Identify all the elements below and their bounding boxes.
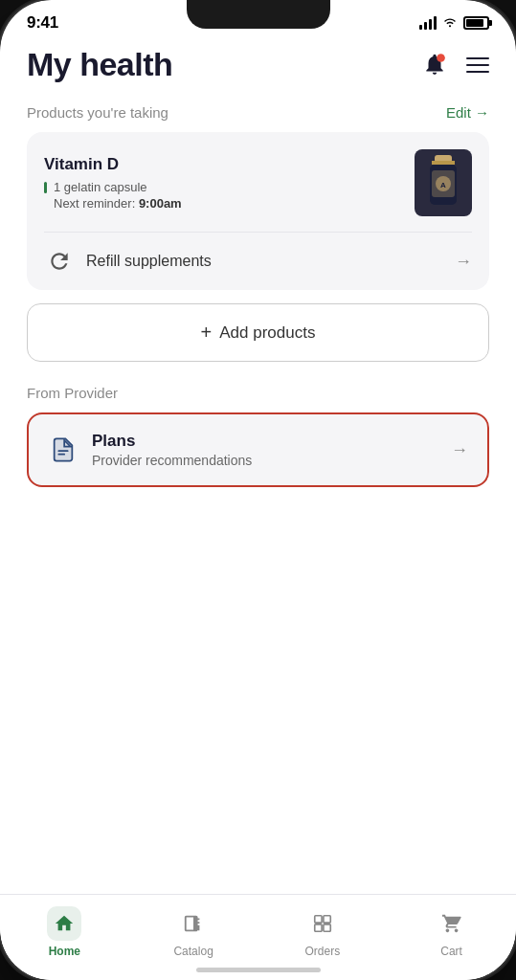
menu-icon[interactable]: [466, 57, 489, 73]
plans-title: Plans: [92, 432, 252, 451]
cart-icon-wrap: [435, 906, 469, 941]
phone-frame: 9:41 My he: [0, 0, 516, 980]
svg-text:A: A: [440, 181, 446, 189]
products-label: Products you're taking: [27, 104, 168, 121]
svg-rect-10: [324, 916, 330, 923]
bottom-nav: Home Catalog: [0, 894, 516, 980]
status-icons: [419, 15, 489, 31]
refill-arrow-icon: →: [455, 252, 472, 272]
header: My health: [27, 46, 489, 83]
nav-item-cart[interactable]: Cart: [387, 906, 516, 958]
catalog-icon-wrap: [176, 906, 211, 941]
products-section-header: Products you're taking Edit →: [27, 104, 489, 121]
plans-card[interactable]: Plans Provider recommendations →: [27, 412, 489, 487]
signal-icon: [419, 16, 437, 30]
svg-rect-9: [315, 916, 322, 923]
page-title: My health: [27, 46, 172, 83]
product-name: Vitamin D: [44, 155, 182, 174]
add-products-button[interactable]: + Add products: [27, 303, 489, 362]
document-icon: [48, 434, 79, 465]
product-item: Vitamin D 1 gelatin capsule Next reminde…: [44, 149, 472, 216]
notch: [187, 0, 330, 29]
bell-icon[interactable]: [422, 52, 449, 78]
status-time: 9:41: [27, 13, 58, 33]
svg-point-0: [437, 54, 445, 62]
product-image: A: [415, 149, 472, 216]
refill-left: Refill supplements: [44, 246, 212, 277]
header-icons: [422, 52, 489, 78]
catalog-nav-label: Catalog: [173, 945, 213, 958]
refresh-icon: [44, 246, 75, 277]
main-content: My health Pro: [0, 38, 516, 884]
wifi-icon: [442, 15, 458, 31]
refill-row[interactable]: Refill supplements →: [44, 232, 472, 290]
plans-text: Plans Provider recommendations: [92, 432, 252, 468]
svg-rect-11: [315, 924, 322, 931]
plans-arrow-icon: →: [451, 440, 468, 460]
nav-item-catalog[interactable]: Catalog: [129, 906, 258, 958]
battery-icon: [463, 16, 489, 30]
plus-icon: +: [201, 322, 213, 344]
add-products-label: Add products: [219, 323, 315, 343]
orders-icon-wrap: [305, 906, 340, 941]
nav-item-home[interactable]: Home: [0, 906, 129, 958]
products-card: Vitamin D 1 gelatin capsule Next reminde…: [27, 132, 489, 290]
svg-rect-12: [324, 924, 330, 931]
home-icon-wrap: [47, 906, 81, 941]
home-nav-label: Home: [49, 945, 80, 958]
product-reminder: Next reminder: 9:00am: [44, 196, 182, 211]
phone-screen: 9:41 My he: [0, 0, 516, 980]
home-indicator: [196, 968, 321, 972]
product-info: Vitamin D 1 gelatin capsule Next reminde…: [44, 155, 182, 211]
svg-rect-2: [432, 161, 455, 165]
orders-nav-label: Orders: [305, 945, 341, 958]
from-provider-label: From Provider: [27, 385, 489, 401]
plans-subtitle: Provider recommendations: [92, 453, 252, 468]
plans-left: Plans Provider recommendations: [48, 432, 252, 468]
product-details: 1 gelatin capsule Next reminder: 9:00am: [44, 180, 182, 211]
edit-button[interactable]: Edit →: [446, 104, 489, 121]
cart-nav-label: Cart: [440, 945, 462, 958]
refill-text: Refill supplements: [86, 253, 212, 270]
nav-item-orders[interactable]: Orders: [258, 906, 388, 958]
product-dose: 1 gelatin capsule: [44, 180, 182, 194]
